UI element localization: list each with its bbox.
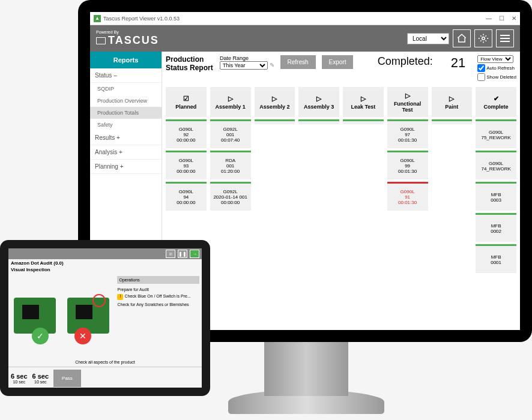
sidebar-group-planning[interactable]: Planning + [90,160,162,174]
inspection-image-area: ✓ ✕ [8,274,115,358]
job-card-empty [298,119,339,124]
job-card[interactable]: G090L9900:01:30 [387,151,428,179]
tablet-header: ⎚ ❚❚ → [8,248,202,259]
job-card[interactable]: MFB0003 [476,182,516,211]
job-card[interactable]: G092L2020-01-14 00100:00:00 [210,182,251,211]
report-title: Production Status Report [166,55,214,72]
job-card[interactable]: G090L9200:00:00 [166,119,207,148]
logo: TASCUS [96,34,159,47]
operations-header: Operations [117,276,199,284]
sidebar-item-production-overview[interactable]: Production Overview [90,95,162,107]
stage-functional-test: ▷Functional Test [387,87,428,117]
play-icon: ▷ [405,92,410,100]
sidebar-item-safety[interactable]: Safety [90,119,162,131]
app-icon: ▲ [94,15,101,22]
operation-row[interactable]: ! Check Blue On / Off Switch is Pre... [117,293,199,301]
job-card[interactable]: G092L00100:07:40 [210,119,251,148]
date-range-select[interactable]: This Year [220,61,268,70]
play-icon: ▷ [272,95,277,103]
fail-icon: ✕ [74,328,91,344]
defect-marker-icon [92,294,106,307]
stage-leak-test: ▷Leak Test [343,87,384,117]
date-range-label: Date Range [220,55,274,61]
job-card[interactable]: MFB0001 [476,244,516,273]
job-card-empty [432,119,473,124]
powered-by-label: Powered By [96,30,119,34]
job-card[interactable]: G090L9300:00:00 [166,151,207,179]
stage-assembly-2: ▷Assembly 2 [255,87,295,117]
edit-icon[interactable]: ✎ [270,62,274,68]
operation-row[interactable]: Check for Any Scratches or Blemishes [117,301,199,308]
tablet-screen-icon[interactable]: ⎚ [166,250,175,258]
logo-icon [96,37,106,44]
minimize-button[interactable]: — [486,15,492,22]
timer-2: 6 sec10 sec [32,373,49,384]
operation-row[interactable]: Prepare for Audit [117,286,199,293]
job-card-empty [343,119,384,124]
stage-assembly-1: ▷Assembly 1 [210,87,251,117]
maximize-button[interactable]: ☐ [499,15,504,22]
stage-assembly-3: ▷Assembly 3 [298,87,339,117]
tablet-pause-button[interactable]: ❚❚ [178,250,187,258]
reports-tab[interactable]: Reports [90,52,162,68]
sidebar-group-results[interactable]: Results + [90,131,162,145]
sidebar-group-analysis[interactable]: Analysis + [90,145,162,160]
tablet-subtitle: Visual Inspection [8,267,202,274]
tablet-instruction-text: Check all aspects of the product [8,358,202,367]
sidebar-group-status[interactable]: Status – [90,68,162,83]
play-icon: ▷ [228,95,233,103]
stage-planned: ☑Planned [166,87,207,117]
job-card[interactable]: G090L9400:00:00 [166,182,207,211]
timer-1: 6 sec10 sec [11,373,28,384]
pcb-fail-image [67,298,109,334]
pass-button[interactable]: Pass [53,370,81,387]
home-button[interactable] [453,29,471,47]
completed-label: Completed: [378,55,433,68]
sidebar-item-production-totals[interactable]: Production Totals [90,107,162,119]
warning-icon: ! [117,294,123,300]
stage-paint: ▷Paint [432,87,473,117]
app-header: Powered By TASCUS Local [90,25,520,52]
settings-button[interactable] [474,29,492,47]
completed-count: 21 [451,55,465,71]
menu-button[interactable] [496,29,514,47]
sidebar-item-sqdip[interactable]: SQDIP [90,83,162,95]
auto-refresh-checkbox[interactable]: Auto Refresh [477,64,516,72]
job-card[interactable]: RDA00101:20:00 [210,151,251,179]
window-title: Tascus Report Viewer v1.0.0.53 [103,16,180,22]
show-deleted-checkbox[interactable]: Show Deleted [477,73,516,81]
export-button[interactable]: Export [322,55,354,69]
job-card-error[interactable]: G090L9100:01:30 [387,182,428,211]
play-icon: ▷ [316,95,321,103]
check-icon: ✔ [494,95,499,103]
svg-point-0 [482,37,485,40]
tablet-next-button[interactable]: → [190,250,199,258]
view-mode-select[interactable]: Flow View [477,55,513,63]
refresh-button[interactable]: Refresh [280,55,316,69]
play-icon: ▷ [361,95,366,103]
operations-panel: Operations Prepare for Audit ! Check Blu… [115,274,202,358]
job-card[interactable]: MFB0002 [476,213,516,242]
content-area: Production Status Report Date Range This… [162,52,520,330]
job-card[interactable]: G090L74_REWORK [476,151,516,179]
calendar-icon: ☑ [183,95,189,103]
pcb-pass-image [14,298,56,334]
job-card-empty [255,119,295,124]
job-card[interactable]: G090L75_REWORK [476,119,516,148]
tablet-title: Amazon Dot Audit (0.0) [8,259,202,267]
pass-icon: ✓ [32,328,49,344]
play-icon: ▷ [449,95,454,103]
window-titlebar: ▲ Tascus Report Viewer v1.0.0.53 — ☐ ✕ [90,12,520,25]
stage-complete: ✔Complete [476,87,516,117]
location-select[interactable]: Local [407,33,449,44]
job-card[interactable]: G090L9700:01:30 [387,119,428,148]
stage-row: ☑Planned G090L9200:00:00 G090L9300:00:00… [166,87,516,273]
close-button[interactable]: ✕ [512,15,516,22]
